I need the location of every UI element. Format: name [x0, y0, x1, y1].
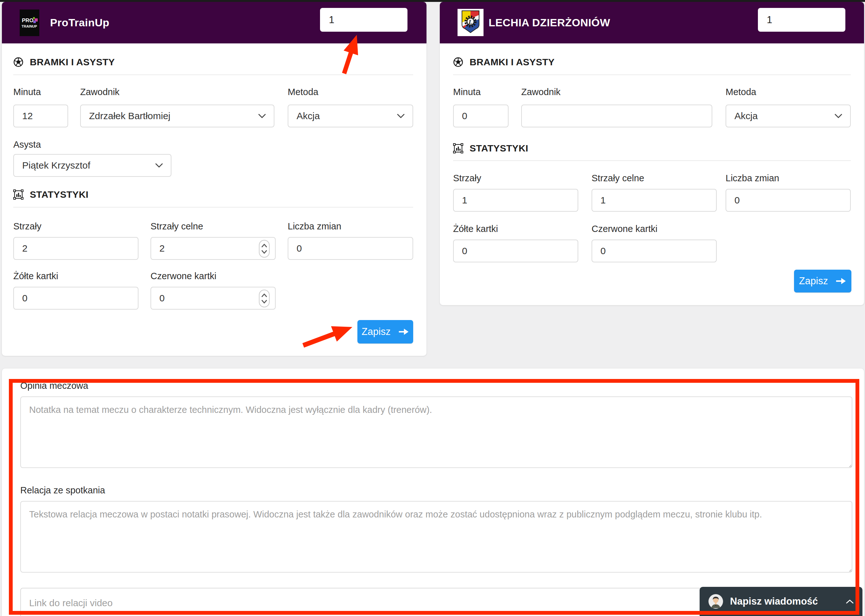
czerwone-kartki-label: Czerwone kartki [592, 224, 658, 234]
away-liczba-zmian-input[interactable] [725, 189, 851, 212]
away-zolte-kartki-input[interactable] [453, 240, 578, 262]
liczba-zmian-label: Liczba zmian [288, 221, 341, 232]
zolte-kartki-label: Żółte kartki [13, 271, 58, 281]
away-team-panel: L LECHIA DZIERŻONIÓW BRAMKI I ASYSTY Min… [440, 2, 864, 305]
opinia-meczowa-textarea[interactable] [20, 396, 852, 468]
chat-widget-label: Napisz wiadomość [730, 596, 839, 607]
minuta-label: Minuta [13, 87, 41, 97]
home-goals-section-title: BRAMKI I ASYSTY [30, 57, 115, 68]
divider [13, 207, 413, 207]
away-save-button[interactable]: Zapisz [794, 270, 851, 292]
home-team-header: PRO TRAINUP ProTrainUp [2, 2, 427, 43]
statistics-chart-icon [453, 143, 463, 153]
strzaly-celne-label: Strzały celne [151, 221, 203, 232]
away-save-label: Zapisz [799, 275, 828, 287]
away-metoda-select[interactable]: Akcja [725, 105, 851, 127]
home-metoda-select[interactable]: Akcja [288, 105, 413, 127]
home-save-label: Zapisz [361, 326, 390, 338]
divider [13, 74, 413, 75]
strzaly-celne-label: Strzały celne [592, 173, 644, 184]
soccer-ball-icon [453, 57, 463, 67]
home-asysta-value: Piątek Krzysztof [22, 160, 90, 171]
liczba-zmian-label: Liczba zmian [725, 173, 779, 184]
divider [453, 74, 851, 75]
home-zawodnik-value: Zdrzałek Bartłomiej [89, 111, 171, 121]
away-goals-section-header: BRAMKI I ASYSTY [453, 55, 554, 69]
home-liczba-zmian-input[interactable] [288, 237, 413, 260]
chevron-down-icon [834, 113, 843, 118]
arrow-right-icon [835, 277, 846, 285]
number-spinner[interactable] [259, 240, 270, 258]
home-team-panel: PRO TRAINUP ProTrainUp BRAMKI I ASYSTY M… [2, 2, 427, 356]
away-team-header: L LECHIA DZIERŻONIÓW [440, 2, 864, 43]
chevron-down-icon [258, 113, 266, 118]
home-asysta-select[interactable]: Piątek Krzysztof [13, 154, 171, 177]
home-metoda-value: Akcja [297, 111, 320, 121]
protrainup-logo: PRO TRAINUP [20, 9, 39, 36]
relacja-ze-spotkania-label: Relacja ze spotkania [20, 485, 105, 496]
arrow-right-icon [398, 328, 409, 336]
zawodnik-label: Zawodnik [521, 87, 560, 97]
metoda-label: Metoda [725, 87, 756, 97]
home-strzaly-celne-input[interactable] [151, 237, 276, 260]
away-metoda-value: Akcja [735, 111, 758, 121]
home-stats-section-header: STATYSTYKI [13, 188, 88, 201]
match-notes-panel: Opinia meczowa Relacja ze spotkania [2, 369, 864, 616]
away-strzaly-celne-input[interactable] [592, 189, 717, 212]
away-czerwone-kartki-input[interactable] [592, 240, 717, 262]
away-stats-section-header: STATYSTYKI [453, 141, 528, 155]
chevron-down-icon [155, 163, 163, 168]
lechia-club-crest: L [458, 9, 484, 36]
chat-widget[interactable]: Napisz wiadomość [700, 587, 862, 616]
home-save-button[interactable]: Zapisz [357, 320, 413, 344]
away-goals-section-title: BRAMKI I ASYSTY [469, 57, 554, 68]
metoda-label: Metoda [288, 87, 319, 97]
support-avatar [708, 594, 723, 609]
home-czerwone-kartki-input[interactable] [151, 287, 276, 310]
statistics-chart-icon [13, 190, 24, 200]
home-score-input[interactable] [320, 8, 407, 32]
strzaly-label: Strzały [13, 221, 41, 232]
home-stats-section-title: STATYSTYKI [30, 189, 88, 200]
divider [453, 160, 851, 161]
away-team-name: LECHIA DZIERŻONIÓW [488, 2, 610, 43]
chevron-up-icon [846, 599, 854, 604]
home-zolte-kartki-input[interactable] [13, 287, 138, 310]
away-strzaly-input[interactable] [453, 189, 578, 212]
svg-text:L: L [468, 19, 473, 25]
away-score-input[interactable] [758, 8, 845, 32]
svg-text:PRO: PRO [22, 17, 34, 24]
away-zawodnik-input[interactable] [521, 105, 712, 127]
minuta-label: Minuta [453, 87, 481, 97]
asysta-label: Asysta [13, 140, 41, 150]
home-team-name: ProTrainUp [50, 2, 109, 43]
zawodnik-label: Zawodnik [80, 87, 119, 97]
number-spinner[interactable] [259, 289, 270, 308]
czerwone-kartki-label: Czerwone kartki [151, 271, 217, 281]
chevron-down-icon [397, 113, 405, 118]
away-minuta-input[interactable] [453, 105, 509, 127]
home-zawodnik-select[interactable]: Zdrzałek Bartłomiej [80, 105, 275, 127]
away-stats-section-title: STATYSTYKI [469, 143, 528, 154]
opinia-meczowa-label: Opinia meczowa [20, 380, 88, 391]
zolte-kartki-label: Żółte kartki [453, 224, 498, 234]
home-strzaly-input[interactable] [13, 237, 138, 260]
home-goals-section-header: BRAMKI I ASYSTY [13, 55, 115, 69]
soccer-ball-icon [13, 57, 24, 67]
svg-text:TRAINUP: TRAINUP [22, 24, 37, 28]
home-minuta-input[interactable] [13, 105, 68, 127]
strzaly-label: Strzały [453, 173, 481, 184]
relacja-ze-spotkania-textarea[interactable] [20, 501, 852, 573]
